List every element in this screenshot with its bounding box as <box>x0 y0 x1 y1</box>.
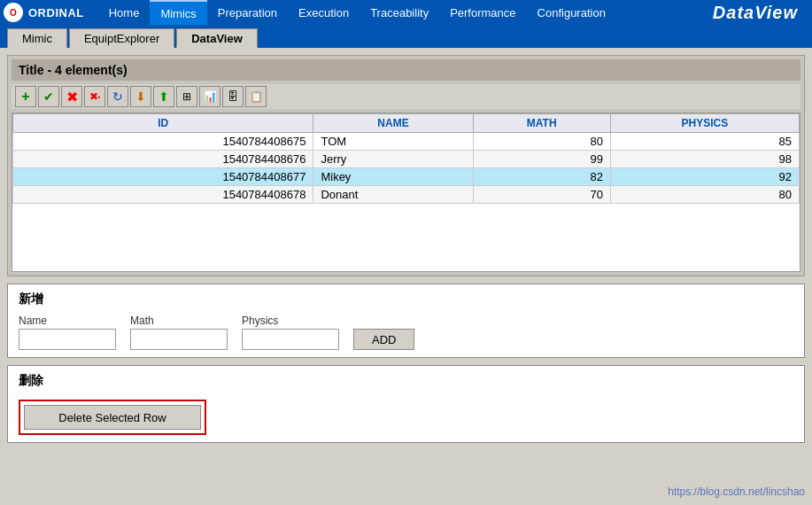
cell-physics: 98 <box>610 151 799 168</box>
dataview-panel: Title - 4 element(s) + ✔ ✖ ✖▪ ↻ ⬇ ⬆ ⊞ 📊 … <box>7 55 805 276</box>
delete-section: 删除 Delete Selected Row <box>7 365 805 443</box>
cell-math: 82 <box>473 168 610 186</box>
nav-configuration[interactable]: Configuration <box>527 0 616 25</box>
add-section: 新增 Name Math Physics ADD <box>7 284 805 358</box>
math-label: Math <box>130 315 228 327</box>
cell-physics: 80 <box>610 186 799 204</box>
cell-math: 80 <box>473 133 610 151</box>
cancel-button[interactable]: ✖ <box>61 86 82 107</box>
table-row[interactable]: 1540784408675 TOM 80 85 <box>13 133 800 151</box>
math-input[interactable] <box>130 329 228 350</box>
name-input[interactable] <box>19 329 116 350</box>
copy-button[interactable]: 📋 <box>245 86 267 107</box>
nav-mimics[interactable]: Mimics <box>150 0 206 25</box>
delete-btn-wrapper: Delete Selected Row <box>19 400 206 435</box>
logo-text: ORDINAL <box>28 6 84 19</box>
cell-id: 1540784408677 <box>13 168 313 186</box>
table-row[interactable]: 1540784408676 Jerry 99 98 <box>13 151 800 168</box>
tab-mimic[interactable]: Mimic <box>7 28 67 48</box>
add-row-button[interactable]: + <box>15 86 36 107</box>
physics-field: Physics <box>242 315 339 350</box>
toolbar: + ✔ ✖ ✖▪ ↻ ⬇ ⬆ ⊞ 📊 🗄 📋 <box>12 84 800 109</box>
nav-execution[interactable]: Execution <box>288 0 360 25</box>
col-header-math: MATH <box>473 114 610 133</box>
cell-math: 70 <box>473 186 610 204</box>
cell-name: Mikey <box>313 168 473 186</box>
content-area: Title - 4 element(s) + ✔ ✖ ✖▪ ↻ ⬇ ⬆ ⊞ 📊 … <box>0 48 812 450</box>
name-field: Name <box>19 315 116 350</box>
physics-label: Physics <box>242 315 339 327</box>
nav-traceability[interactable]: Traceability <box>360 0 439 25</box>
cell-name: Donant <box>313 186 473 204</box>
logo-icon: O <box>4 3 23 22</box>
cell-name: Jerry <box>313 151 473 168</box>
cell-math: 99 <box>473 151 610 168</box>
math-field: Math <box>130 315 228 350</box>
nav-performance[interactable]: Performance <box>439 0 526 25</box>
chart-button[interactable]: 📊 <box>199 86 220 107</box>
nav-home[interactable]: Home <box>98 0 151 25</box>
refresh-button[interactable]: ↻ <box>107 86 128 107</box>
cell-physics: 85 <box>610 133 799 151</box>
table-row[interactable]: 1540784408677 Mikey 82 92 <box>13 168 800 186</box>
dataview-title: Title - 4 element(s) <box>12 59 800 81</box>
app-title: DataView <box>713 3 808 23</box>
tab-bar: Mimic EquiptExplorer DataView <box>0 25 812 48</box>
cell-id: 1540784408676 <box>13 151 313 168</box>
tab-equipt-explorer[interactable]: EquiptExplorer <box>69 28 174 48</box>
physics-input[interactable] <box>242 329 339 350</box>
top-nav: O ORDINAL Home Mimics Preparation Execut… <box>0 0 812 25</box>
add-form-row: Name Math Physics ADD <box>19 315 793 350</box>
grid-button[interactable]: ⊞ <box>176 86 197 107</box>
name-label: Name <box>19 315 116 327</box>
export-button[interactable]: ⬆ <box>153 86 174 107</box>
cell-physics: 92 <box>610 168 799 186</box>
table-wrapper: ID NAME MATH PHYSICS 1540784408675 TOM 8… <box>12 113 800 272</box>
cell-id: 1540784408678 <box>13 186 313 204</box>
col-header-name: NAME <box>313 114 473 133</box>
tab-dataview[interactable]: DataView <box>176 28 258 48</box>
watermark: https://blog.csdn.net/lincshao <box>668 486 805 498</box>
cell-id: 1540784408675 <box>13 133 313 151</box>
db-button[interactable]: 🗄 <box>222 86 244 107</box>
import-button[interactable]: ⬇ <box>130 86 151 107</box>
col-header-id: ID <box>13 114 313 133</box>
delete-section-title: 删除 <box>19 373 793 389</box>
add-section-title: 新增 <box>19 291 793 307</box>
confirm-button[interactable]: ✔ <box>38 86 59 107</box>
table-row[interactable]: 1540784408678 Donant 70 80 <box>13 186 800 204</box>
delete-selected-row-button[interactable]: Delete Selected Row <box>24 405 201 430</box>
data-table: ID NAME MATH PHYSICS 1540784408675 TOM 8… <box>12 113 800 204</box>
delete-toolbar-button[interactable]: ✖▪ <box>84 86 105 107</box>
logo: O ORDINAL <box>4 3 84 22</box>
cell-name: TOM <box>313 133 473 151</box>
add-button[interactable]: ADD <box>353 329 414 350</box>
nav-preparation[interactable]: Preparation <box>207 0 288 25</box>
col-header-physics: PHYSICS <box>610 114 799 133</box>
